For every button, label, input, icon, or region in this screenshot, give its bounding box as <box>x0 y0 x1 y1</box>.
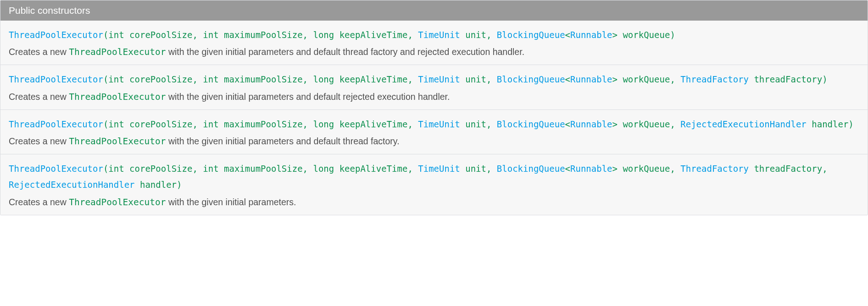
signature-text: int maximumPoolSize, <box>203 30 313 40</box>
type-link[interactable]: RejectedExecutionHandler <box>680 119 807 129</box>
signature-text: < <box>565 164 570 174</box>
type-link[interactable]: ThreadPoolExecutor <box>9 74 103 84</box>
signature-text: unit, <box>460 119 497 129</box>
description-code: ThreadPoolExecutor <box>69 47 166 57</box>
type-link[interactable]: ThreadPoolExecutor <box>9 164 103 174</box>
type-link[interactable]: BlockingQueue <box>497 164 565 174</box>
type-link[interactable]: ThreadFactory <box>680 164 749 174</box>
description-text: Creates a new <box>9 47 69 57</box>
signature-text: long keepAliveTime, <box>313 164 418 174</box>
signature-text: handler) <box>807 119 854 129</box>
type-link[interactable]: BlockingQueue <box>497 119 565 129</box>
description-text: with the given initial parameters and de… <box>166 92 450 102</box>
type-link[interactable]: BlockingQueue <box>497 74 565 84</box>
signature-text: long keepAliveTime, <box>313 74 418 84</box>
signature-text: > workQueue, <box>612 74 681 84</box>
type-link[interactable]: ThreadPoolExecutor <box>9 119 103 129</box>
constructor-row: ThreadPoolExecutor(int corePoolSize, int… <box>0 65 868 109</box>
description-text: with the given initial parameters and de… <box>166 47 524 57</box>
description-text: Creates a new <box>9 197 69 207</box>
description-code: ThreadPoolExecutor <box>69 136 166 147</box>
description-code: ThreadPoolExecutor <box>69 92 166 102</box>
signature-text: < <box>565 119 570 129</box>
constructor-signature: ThreadPoolExecutor(int corePoolSize, int… <box>9 27 859 43</box>
signature-text: unit, <box>460 30 497 40</box>
signature-text: int corePoolSize, <box>108 30 203 40</box>
signature-text: threadFactory) <box>749 74 828 84</box>
signature-text: ( <box>103 74 108 84</box>
type-link[interactable]: TimeUnit <box>418 30 460 40</box>
signature-text: handler) <box>135 180 182 190</box>
signature-text: int corePoolSize, <box>108 119 203 129</box>
type-link[interactable]: Runnable <box>570 164 612 174</box>
constructor-signature: ThreadPoolExecutor(int corePoolSize, int… <box>9 116 859 132</box>
signature-text: int corePoolSize, <box>108 164 203 174</box>
section-header: Public constructors <box>0 0 868 21</box>
constructor-description: Creates a new ThreadPoolExecutor with th… <box>9 135 859 148</box>
signature-text: long keepAliveTime, <box>313 119 418 129</box>
signature-text: ( <box>103 119 108 129</box>
signature-text: int maximumPoolSize, <box>203 74 313 84</box>
constructor-description: Creates a new ThreadPoolExecutor with th… <box>9 46 859 58</box>
constructor-description: Creates a new ThreadPoolExecutor with th… <box>9 91 859 103</box>
type-link[interactable]: Runnable <box>570 74 612 84</box>
signature-text: long keepAliveTime, <box>313 30 418 40</box>
description-text: with the given initial parameters. <box>166 197 296 207</box>
signature-text: unit, <box>460 164 497 174</box>
signature-text: < <box>565 74 570 84</box>
constructors-table: Public constructors ThreadPoolExecutor(i… <box>0 0 868 215</box>
type-link[interactable]: Runnable <box>570 30 612 40</box>
type-link[interactable]: Runnable <box>570 119 612 129</box>
signature-text: > workQueue) <box>612 30 675 40</box>
description-code: ThreadPoolExecutor <box>69 197 166 208</box>
signature-text: < <box>565 30 570 40</box>
signature-text: int maximumPoolSize, <box>203 164 313 174</box>
signature-text: > workQueue, <box>612 164 681 174</box>
signature-text: ( <box>103 30 108 40</box>
constructor-row: ThreadPoolExecutor(int corePoolSize, int… <box>0 109 868 154</box>
type-link[interactable]: ThreadFactory <box>680 74 749 84</box>
constructor-row: ThreadPoolExecutor(int corePoolSize, int… <box>0 154 868 215</box>
signature-text: ( <box>103 164 108 174</box>
constructor-signature: ThreadPoolExecutor(int corePoolSize, int… <box>9 161 859 193</box>
type-link[interactable]: TimeUnit <box>418 164 460 174</box>
signature-text: int corePoolSize, <box>108 74 203 84</box>
signature-text: threadFactory, <box>749 164 828 174</box>
constructor-row: ThreadPoolExecutor(int corePoolSize, int… <box>0 21 868 65</box>
constructor-signature: ThreadPoolExecutor(int corePoolSize, int… <box>9 71 859 87</box>
constructor-description: Creates a new ThreadPoolExecutor with th… <box>9 196 859 208</box>
description-text: Creates a new <box>9 92 69 102</box>
type-link[interactable]: BlockingQueue <box>497 30 565 40</box>
signature-text: int maximumPoolSize, <box>203 119 313 129</box>
type-link[interactable]: ThreadPoolExecutor <box>9 30 103 40</box>
signature-text: unit, <box>460 74 497 84</box>
description-text: with the given initial parameters and de… <box>166 136 399 146</box>
type-link[interactable]: TimeUnit <box>418 119 460 129</box>
type-link[interactable]: RejectedExecutionHandler <box>9 180 135 190</box>
type-link[interactable]: TimeUnit <box>418 74 460 84</box>
description-text: Creates a new <box>9 136 69 146</box>
signature-text: > workQueue, <box>612 119 681 129</box>
